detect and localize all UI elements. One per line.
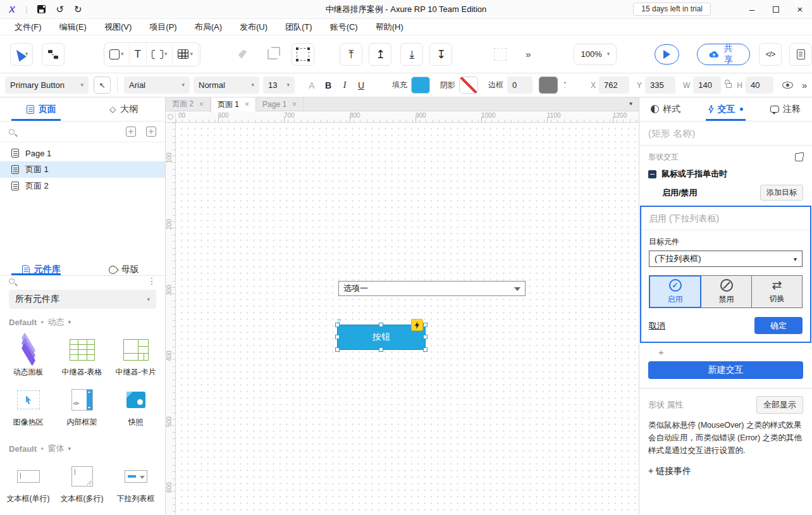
menu-arrange[interactable]: 布局(A) <box>189 20 228 34</box>
selection-handle[interactable] <box>423 335 428 339</box>
add-action-plus[interactable]: + <box>639 343 812 360</box>
minimize-button[interactable]: – <box>740 1 764 18</box>
widget-snapshot[interactable]: 快照 <box>109 382 163 431</box>
selection-handle[interactable] <box>379 347 383 352</box>
tab-pages[interactable]: 页面 <box>0 97 83 121</box>
bold-button[interactable]: B <box>320 80 336 90</box>
connector-tool-button[interactable] <box>42 43 65 66</box>
border-style-icon[interactable] <box>564 82 574 88</box>
doc-tab-page1-en[interactable]: Page 1 × <box>256 97 304 111</box>
transform-points-button[interactable] <box>292 43 314 66</box>
close-button[interactable]: × <box>788 1 812 18</box>
italic-button[interactable]: I <box>336 80 353 90</box>
tab-library[interactable]: 元件库 <box>0 264 83 275</box>
tab-interaction[interactable]: 交互 <box>706 97 746 121</box>
menu-help[interactable]: 帮助(H) <box>370 20 409 34</box>
new-interaction-button[interactable]: 新建交互 <box>648 361 803 379</box>
text-color-button[interactable]: A <box>304 80 320 90</box>
widget-droplist[interactable]: 下拉列表框 <box>109 458 163 508</box>
link-event-button[interactable]: + 链接事件 <box>639 459 812 483</box>
search-icon[interactable] <box>9 278 15 284</box>
option-enable[interactable]: ✓ 启用 <box>649 275 701 308</box>
close-tab-icon[interactable]: × <box>292 100 297 109</box>
page-row-selected[interactable]: 页面 1 <box>0 161 165 178</box>
placeholder-tool-button[interactable]: ▾ <box>146 43 173 66</box>
selection-handle[interactable] <box>423 323 428 327</box>
selection-handle[interactable] <box>423 347 428 352</box>
zoom-select[interactable]: 100% ▾ <box>574 44 617 65</box>
collapse-event-icon[interactable] <box>648 170 656 178</box>
x-input[interactable]: 762 <box>599 77 629 94</box>
bring-to-front-button[interactable]: ↥ <box>369 43 391 66</box>
add-folder-button[interactable] <box>146 127 156 137</box>
event-row[interactable]: 鼠标或手指单击时 <box>639 166 812 183</box>
tab-notes[interactable]: 注释 <box>768 97 803 121</box>
border-width-input[interactable]: 0 <box>507 77 532 94</box>
ruler-origin[interactable] <box>166 111 176 123</box>
send-backward-button[interactable]: ⤓ <box>400 43 423 66</box>
pen-tool-button[interactable] <box>198 43 200 66</box>
library-section-forms[interactable]: Default ● 窗体 ▾ <box>0 431 165 456</box>
option-disable[interactable]: 禁用 <box>701 275 752 308</box>
font-weight-select[interactable]: Normal ▾ <box>194 77 259 94</box>
widget-name-input[interactable] <box>648 128 803 139</box>
menu-view[interactable]: 视图(V) <box>99 20 137 34</box>
canvas-button-widget-selected[interactable]: 按钮 ▽ <box>337 325 426 350</box>
add-target-button[interactable]: 添加目标 <box>760 185 803 201</box>
menu-team[interactable]: 团队(T) <box>280 20 318 34</box>
option-toggle[interactable]: ⇄ 切换 <box>751 275 803 308</box>
widget-repeater-card[interactable]: 中继器-卡片 <box>109 332 163 382</box>
inspect-code-button[interactable]: </> <box>759 43 782 66</box>
share-button[interactable]: 共享 <box>697 44 750 65</box>
action-row[interactable]: 启用/禁用 添加目标 <box>639 183 812 206</box>
toolbar-overflow-button[interactable]: » <box>517 43 539 66</box>
ok-button[interactable]: 确定 <box>754 317 803 334</box>
widget-listbox[interactable]: 列表选择框 <box>1 508 55 515</box>
target-widget-select[interactable]: (下拉列表框) ▾ <box>649 251 803 267</box>
library-section-dynamic[interactable]: Default ● 动态 ▾ <box>0 309 165 329</box>
rectangle-tool-button[interactable]: ▾ <box>104 43 129 66</box>
style-preset-select[interactable]: Primary Button ▾ <box>5 77 89 94</box>
y-input[interactable]: 335 <box>645 77 675 94</box>
stylebar-overflow-icon[interactable]: » <box>802 80 807 90</box>
trial-badge[interactable]: 15 days left in trial <box>633 3 711 16</box>
menu-account[interactable]: 账号(C) <box>324 20 364 34</box>
bring-forward-button[interactable]: ⤒ <box>340 43 362 66</box>
widget-dynamic-panel[interactable]: 动态面板 <box>1 332 55 382</box>
widget-radio[interactable]: 单选按钮 <box>109 508 163 515</box>
table-tool-button[interactable]: ▾ <box>172 43 198 66</box>
doc-tab-page1-cn[interactable]: 页面 1 × <box>211 97 256 111</box>
style-picker-button[interactable]: ↖ <box>94 77 111 94</box>
tab-style[interactable]: 样式 <box>648 97 683 121</box>
close-tab-icon[interactable]: × <box>199 100 204 109</box>
widget-inline-frame[interactable]: </> 内部框架 <box>55 382 109 431</box>
add-page-button[interactable] <box>126 127 136 137</box>
cancel-link[interactable]: 取消 <box>649 320 665 332</box>
select-tool-button[interactable]: ▾ <box>10 43 33 66</box>
shadow-swatch[interactable] <box>459 77 478 94</box>
undo-icon[interactable]: ↺ <box>56 4 64 14</box>
show-all-button[interactable]: 全部显示 <box>756 396 803 414</box>
h-input[interactable]: 40 <box>746 77 773 94</box>
aspect-lock-icon[interactable] <box>726 83 732 88</box>
border-color-swatch[interactable] <box>539 77 558 94</box>
save-icon[interactable] <box>37 5 46 13</box>
page-row[interactable]: Page 1 <box>0 145 165 161</box>
tab-outline[interactable]: ◇ 大纲 <box>83 97 166 121</box>
canvas-droplist-widget[interactable]: 选项一 <box>338 281 526 296</box>
font-size-select[interactable]: 13 ▾ <box>263 77 295 94</box>
external-link-icon[interactable] <box>795 153 803 161</box>
doc-tab-page2[interactable]: 页面 2 × <box>166 97 211 111</box>
send-to-back-button[interactable]: ↧ <box>429 43 452 66</box>
close-tab-icon[interactable]: × <box>245 100 249 109</box>
menu-file[interactable]: 文件(F) <box>9 20 47 34</box>
visibility-eye-icon[interactable] <box>782 82 793 89</box>
selection-handle[interactable] <box>379 323 383 327</box>
selection-handle[interactable] <box>335 347 340 352</box>
selection-handle[interactable] <box>335 335 340 339</box>
menu-edit[interactable]: 编辑(E) <box>54 20 92 34</box>
widget-repeater-table[interactable]: 中继器-表格 <box>55 332 109 382</box>
font-family-select[interactable]: Arial ▾ <box>124 77 190 94</box>
widget-hotspot[interactable]: 图像热区 <box>1 382 55 431</box>
design-canvas[interactable]: 选项一 按钮 <box>176 123 639 515</box>
